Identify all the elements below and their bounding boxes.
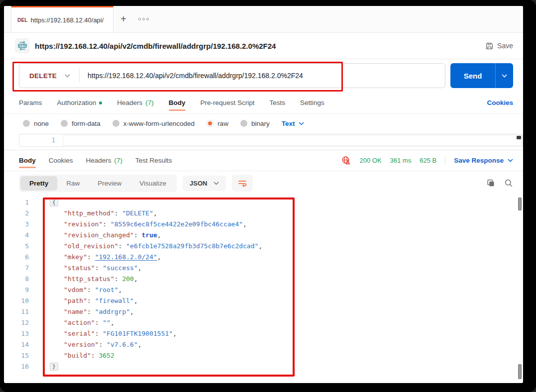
send-button[interactable]: Send (450, 63, 513, 88)
json-value: "success" (103, 264, 137, 272)
response-tab-body[interactable]: Body (19, 150, 36, 171)
json-value: "FG101FTK19001551" (103, 330, 173, 337)
json-key: "build" (64, 352, 91, 359)
line-number: 1 (4, 198, 37, 206)
more-options-icon[interactable] (133, 6, 153, 32)
status-code[interactable]: 200 OK (359, 157, 381, 164)
mode-form-data[interactable]: form-data (61, 120, 101, 127)
json-key: "revision" (64, 220, 103, 228)
code-line: 5"old_revision": "e6fcb1e7528a29fb3d75c8… (4, 240, 523, 251)
save-button[interactable]: Save (485, 42, 513, 50)
response-tab-cookies[interactable]: Cookies (49, 150, 73, 171)
response-scrollbar-thumb[interactable] (518, 364, 522, 379)
fold-toggle[interactable]: } (50, 363, 58, 371)
code-line: 2"http_method": "DELETE", (4, 207, 523, 218)
code-line: 3"revision": "8559c6ec8f5ce4422e2e09fbc4… (4, 218, 523, 229)
search-icon[interactable] (504, 179, 513, 188)
fold-toggle[interactable]: { (50, 198, 58, 206)
editor-input-area[interactable] (63, 135, 522, 146)
response-scrollbar-thumb[interactable] (518, 197, 522, 210)
save-icon (485, 42, 494, 50)
response-time[interactable]: 361 ms (390, 157, 412, 164)
cookies-link[interactable]: Cookies (487, 99, 513, 106)
http-request-icon: HTTP (15, 38, 30, 53)
json-key: "revision_changed" (64, 231, 134, 239)
json-value[interactable]: "192.168.2.0/24" (95, 253, 157, 261)
json-key: "old_revision" (64, 242, 118, 250)
headers-count: (7) (145, 99, 154, 106)
radio-icon (240, 120, 247, 127)
line-number: 3 (4, 220, 37, 228)
save-response-dropdown[interactable]: Save Response (454, 157, 513, 164)
json-key: "action" (64, 319, 95, 326)
radio-icon (23, 120, 30, 127)
line-number: 9 (4, 286, 37, 294)
send-label: Send (450, 63, 495, 88)
json-key: "name" (64, 308, 87, 315)
response-tab-test-results[interactable]: Test Results (135, 150, 172, 171)
chevron-down-icon (65, 74, 70, 78)
wrap-text-icon (238, 179, 247, 187)
request-url-row: DELETE https://192.168.12.40/api/v2/cmdb… (4, 59, 523, 92)
tab-title: https://192.168.12.40/api/ (31, 16, 104, 24)
line-number: 12 (4, 319, 37, 326)
code-line: 6"mkey": "192.168.2.0/24", (4, 251, 523, 262)
raw-type-dropdown[interactable]: Text (282, 120, 305, 127)
tab-tests[interactable]: Tests (269, 92, 285, 113)
code-line: 13"serial": "FG101FTK19001551", (4, 328, 523, 339)
tab-bar: DEL https://192.168.12.40/api/ + (4, 6, 523, 33)
radio-icon (61, 120, 68, 127)
method-label: DELETE (29, 72, 57, 80)
line-number: 11 (4, 308, 37, 315)
format-dropdown[interactable]: JSON (183, 176, 225, 191)
response-meta: 200 OK 361 ms 625 B Save Response (341, 156, 513, 166)
json-value: "root" (95, 286, 118, 294)
response-toolbar: Pretty Raw Preview Visualize JSON (4, 171, 523, 195)
json-value: 200 (122, 275, 133, 283)
line-number: 2 (4, 209, 37, 217)
code-line: 11"name": "addrgrp", (4, 306, 523, 317)
mode-binary[interactable]: binary (240, 120, 270, 127)
request-title-row: HTTP https://192.168.12.40/api/v2/cmdb/f… (4, 33, 523, 59)
url-input[interactable]: https://192.168.12.40/api/v2/cmdb/firewa… (80, 72, 311, 80)
send-options-chevron-icon[interactable] (495, 63, 513, 88)
copy-icon[interactable] (486, 179, 495, 188)
wrap-text-button[interactable] (232, 175, 253, 192)
view-visualize[interactable]: Visualize (130, 176, 175, 191)
response-size[interactable]: 625 B (420, 157, 436, 164)
save-label: Save (497, 42, 513, 50)
view-raw[interactable]: Raw (57, 176, 89, 191)
body-mode-row: none form-data x-www-form-urlencoded raw… (4, 114, 523, 133)
tab-settings[interactable]: Settings (300, 92, 324, 113)
json-key: "serial" (64, 330, 95, 337)
line-number: 6 (4, 253, 37, 261)
view-switcher: Pretty Raw Preview Visualize (19, 175, 177, 192)
chevron-down-icon (214, 182, 219, 185)
code-line: 16} (4, 361, 523, 372)
json-value: 3652 (99, 352, 114, 359)
code-line: 9"vdom": "root", (4, 284, 523, 295)
view-preview[interactable]: Preview (89, 176, 130, 191)
svg-text:HTTP: HTTP (19, 44, 26, 47)
line-number: 13 (4, 330, 37, 337)
tab-pre-request-script[interactable]: Pre-request Script (201, 92, 255, 113)
view-pretty[interactable]: Pretty (20, 176, 57, 191)
code-line: 8"http_status": 200, (4, 273, 523, 284)
network-warning-icon[interactable] (341, 156, 351, 165)
request-tab-active[interactable]: DEL https://192.168.12.40/api/ (11, 6, 113, 32)
json-value: "8559c6ec8f5ce4422e2e09fbc46ccae4" (110, 220, 243, 228)
radio-icon (112, 120, 119, 127)
response-tab-headers[interactable]: Headers(7) (86, 150, 123, 171)
new-tab-button[interactable]: + (113, 6, 133, 32)
tab-body[interactable]: Body (169, 92, 186, 113)
mode-raw[interactable]: raw (207, 120, 228, 127)
tab-authorization[interactable]: Authorization (57, 92, 103, 113)
method-dropdown[interactable]: DELETE (19, 64, 79, 88)
tab-params[interactable]: Params (19, 92, 42, 113)
chevron-down-icon (508, 159, 513, 162)
tab-headers[interactable]: Headers(7) (117, 92, 154, 113)
mode-x-www-form-urlencoded[interactable]: x-www-form-urlencoded (112, 120, 195, 127)
code-line: 14"version": "v7.6.6", (4, 339, 523, 350)
editor-scrollbar-thumb[interactable] (517, 136, 521, 139)
mode-none[interactable]: none (23, 120, 49, 127)
